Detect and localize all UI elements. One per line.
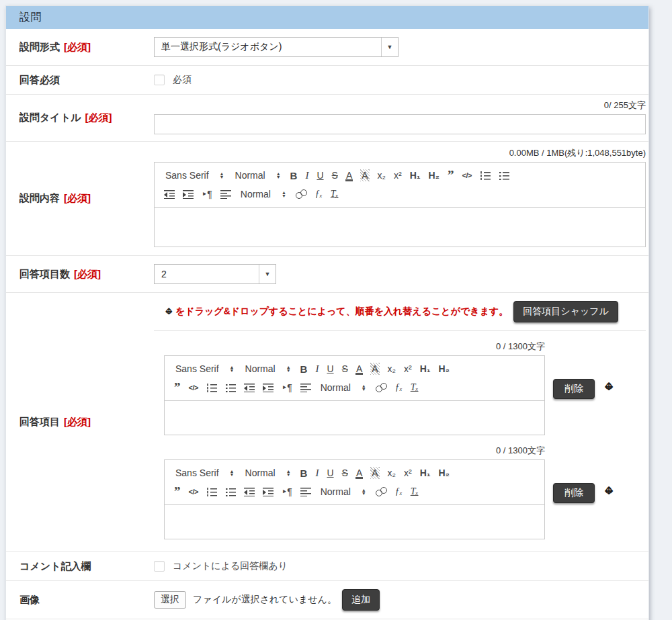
list-ordered-button[interactable]: [202, 380, 221, 396]
strike-button[interactable]: S: [328, 167, 342, 183]
list-ordered-button[interactable]: [476, 167, 495, 183]
strike-button[interactable]: S: [338, 465, 352, 481]
file-select-button[interactable]: 選択: [154, 591, 186, 609]
clean-button[interactable]: Tₓ: [327, 186, 343, 202]
size-picker[interactable]: Normal▲▼: [235, 189, 292, 200]
font-picker[interactable]: Sans Serif▲▼: [170, 363, 240, 374]
text-color-button[interactable]: A: [342, 167, 356, 183]
comment-field-checkbox[interactable]: [154, 561, 165, 572]
header-2-button[interactable]: H₂: [425, 167, 444, 183]
formula-button[interactable]: ƒₓ: [391, 484, 407, 500]
size-picker[interactable]: Normal▲▼: [315, 382, 372, 393]
content-size-counter: 0.00MB / 1MB(残り:1,048,551byte): [154, 147, 646, 159]
row-question-format: 設問形式 [必須] 単一選択形式(ラジオボタン) ▼: [6, 29, 648, 65]
direction-button[interactable]: ‣¶: [278, 380, 296, 396]
subscript-button[interactable]: x₂: [384, 361, 400, 377]
italic-button[interactable]: I: [301, 167, 312, 183]
header-1-button[interactable]: H₁: [406, 167, 425, 183]
bold-button[interactable]: B: [296, 465, 312, 481]
background-color-button[interactable]: A: [366, 361, 383, 377]
subscript-button[interactable]: x₂: [374, 167, 390, 183]
outdent-button[interactable]: [160, 186, 179, 202]
direction-button[interactable]: ‣¶: [198, 186, 216, 202]
outdent-button[interactable]: [240, 484, 259, 500]
blockquote-button[interactable]: ”: [170, 380, 185, 396]
italic-button[interactable]: I: [311, 465, 323, 481]
delete-item-button[interactable]: 削除: [553, 379, 595, 399]
align-button[interactable]: [296, 484, 315, 500]
question-format-select[interactable]: 単一選択形式(ラジオボタン) ▼: [154, 37, 398, 57]
list-bullet-icon: [225, 488, 236, 496]
superscript-button[interactable]: x²: [400, 361, 416, 377]
header-picker[interactable]: Normal▲▼: [240, 468, 296, 478]
answer-required-checkbox[interactable]: [154, 75, 165, 85]
code-block-button[interactable]: </>: [185, 484, 202, 500]
editor-toolbar: Sans Serif▲▼Normal▲▼BIUSAAx₂x²H₁H₂”</> ‣…: [155, 163, 645, 208]
list-bullet-button[interactable]: [221, 380, 240, 396]
header-picker[interactable]: Normal▲▼: [240, 363, 296, 374]
required-badge: [必須]: [64, 192, 91, 205]
delete-item-button[interactable]: 削除: [553, 483, 595, 503]
italic-button[interactable]: I: [311, 361, 323, 377]
editor-content-area[interactable]: [155, 208, 645, 247]
question-title-input[interactable]: [154, 114, 646, 134]
clean-button[interactable]: Tₓ: [407, 484, 423, 500]
label-text: 設問形式: [19, 41, 60, 54]
clean-button[interactable]: Tₓ: [407, 380, 423, 396]
bold-button[interactable]: B: [286, 167, 302, 183]
editor-content-area[interactable]: [165, 505, 544, 539]
list-ordered-button[interactable]: [202, 484, 221, 500]
direction-button[interactable]: ‣¶: [278, 484, 296, 500]
chevron-down-icon[interactable]: ▼: [381, 38, 398, 56]
move-handle-icon[interactable]: [603, 485, 615, 497]
underline-button[interactable]: U: [312, 167, 327, 183]
answer-required-label: 回答必須: [6, 66, 154, 94]
header-1-button[interactable]: H₁: [416, 361, 435, 377]
chevron-down-icon[interactable]: ▼: [259, 265, 276, 283]
editor-content-area[interactable]: [165, 401, 544, 435]
list-ordered-icon: [206, 384, 217, 392]
code-block-button[interactable]: </>: [185, 380, 202, 396]
shuffle-items-button[interactable]: 回答項目シャッフル: [513, 301, 618, 322]
strike-button[interactable]: S: [338, 361, 352, 377]
underline-button[interactable]: U: [323, 465, 337, 481]
background-color-button[interactable]: A: [356, 167, 373, 183]
add-image-button[interactable]: 追加: [342, 589, 380, 611]
move-handle-icon[interactable]: [603, 381, 615, 393]
header-picker[interactable]: Normal▲▼: [230, 170, 286, 181]
header-2-button[interactable]: H₂: [435, 465, 454, 481]
outdent-button[interactable]: [240, 380, 259, 396]
panel-title: 設問: [19, 11, 42, 25]
indent-button[interactable]: [259, 484, 278, 500]
link-button[interactable]: [372, 484, 391, 500]
list-bullet-button[interactable]: [221, 484, 240, 500]
list-bullet-button[interactable]: [495, 167, 513, 183]
blockquote-button[interactable]: ”: [444, 167, 458, 183]
font-picker[interactable]: Sans Serif▲▼: [170, 468, 240, 478]
align-button[interactable]: [216, 186, 235, 202]
align-button[interactable]: [296, 380, 315, 396]
header-2-button[interactable]: H₂: [435, 361, 454, 377]
blockquote-button[interactable]: ”: [170, 484, 185, 500]
font-picker[interactable]: Sans Serif▲▼: [160, 170, 230, 181]
label-text: 回答項目数: [19, 268, 70, 281]
align-icon: [220, 190, 231, 199]
link-button[interactable]: [292, 186, 311, 202]
bold-button[interactable]: B: [296, 361, 312, 377]
size-picker[interactable]: Normal▲▼: [315, 486, 372, 497]
indent-button[interactable]: [259, 380, 278, 396]
header-1-button[interactable]: H₁: [416, 465, 435, 481]
text-color-button[interactable]: A: [352, 361, 366, 377]
indent-button[interactable]: [179, 186, 198, 202]
item-count-select[interactable]: 2 ▼: [154, 264, 276, 284]
formula-button[interactable]: ƒₓ: [311, 186, 327, 202]
link-button[interactable]: [372, 380, 391, 396]
background-color-button[interactable]: A: [366, 465, 383, 481]
superscript-button[interactable]: x²: [390, 167, 406, 183]
formula-button[interactable]: ƒₓ: [391, 380, 407, 396]
subscript-button[interactable]: x₂: [384, 465, 400, 481]
underline-button[interactable]: U: [323, 361, 337, 377]
superscript-button[interactable]: x²: [400, 465, 416, 481]
code-block-button[interactable]: </>: [458, 167, 475, 183]
text-color-button[interactable]: A: [352, 465, 366, 481]
